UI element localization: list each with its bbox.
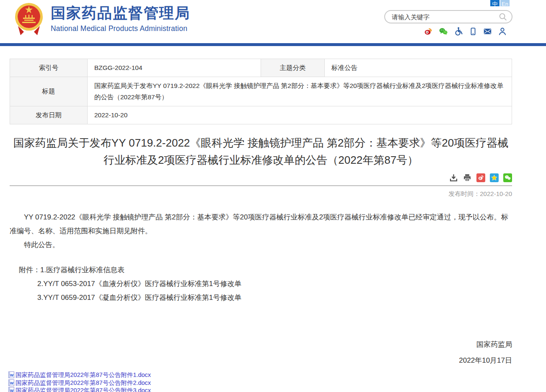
file-link-label: 国家药品监督管理局2022年第87号公告附件1.docx: [16, 371, 151, 379]
attachment-file-link-3[interactable]: W 国家药品监督管理局2022年第87号公告附件3.docx: [8, 387, 151, 392]
topic-category-label: 主题分类: [261, 59, 325, 77]
search-icon[interactable]: [498, 12, 507, 21]
weibo-share-icon: [477, 174, 484, 181]
language-toggle: 中En: [490, 0, 510, 6]
share-qzone-button[interactable]: [490, 173, 499, 182]
main-content: 索引号 BZGG-2022-104 主题分类 标准公告 标题 国家药监局关于发布…: [10, 59, 512, 392]
article-paragraph: 特此公告。: [10, 238, 512, 252]
word-doc-icon: W: [8, 371, 14, 378]
attachment-file-link-2[interactable]: W 国家药品监督管理局2022年第87号公告附件2.docx: [8, 379, 151, 387]
attachment-file-link-1[interactable]: W 国家药品监督管理局2022年第87号公告附件1.docx: [8, 371, 151, 379]
table-row: 发布日期 2022-10-20: [10, 106, 512, 124]
attachment-line-1: 附件：1.医疗器械行业标准信息表: [10, 263, 512, 277]
signature-date: 2022年10月17日: [10, 356, 512, 365]
share-wechat-button[interactable]: [503, 173, 512, 182]
lang-en-button[interactable]: En: [500, 0, 510, 6]
wechat-icon[interactable]: [438, 27, 448, 36]
table-row: 索引号 BZGG-2022-104 主题分类 标准公告: [10, 59, 512, 77]
national-emblem-logo: [15, 2, 43, 37]
mail-icon[interactable]: [483, 27, 492, 36]
file-link-label: 国家药品监督管理局2022年第87号公告附件3.docx: [16, 387, 151, 392]
publish-date-value: 2022-10-20: [88, 106, 512, 124]
brand-title-cn: 国家药品监督管理局: [51, 5, 190, 21]
document-info-table: 索引号 BZGG-2022-104 主题分类 标准公告 标题 国家药监局关于发布…: [10, 59, 512, 124]
brand-title-en: National Medical Products Administration: [51, 24, 190, 33]
weibo-icon[interactable]: [423, 27, 433, 36]
brand-text: 国家药品监督管理局 National Medical Products Admi…: [51, 2, 190, 33]
table-row: 标题 国家药监局关于发布YY 0719.2-2022《眼科光学 接触镜护理产品 …: [10, 77, 512, 106]
topic-category-value: 标准公告: [325, 59, 512, 77]
index-number-value: BZGG-2022-104: [88, 59, 261, 77]
attachment-line-2: 2.YY/T 0653-2017《血液分析仪》医疗器械行业标准第1号修改单: [10, 277, 512, 291]
accessibility-icon[interactable]: [454, 26, 463, 36]
word-doc-icon: W: [8, 379, 14, 386]
article-paragraph: YY 0719.2-2022《眼科光学 接触镜护理产品 第2部分：基本要求》等2…: [10, 210, 512, 238]
svg-text:W: W: [10, 389, 14, 392]
user-icon[interactable]: [498, 27, 507, 36]
print-icon[interactable]: [463, 173, 472, 182]
page-title: 国家药监局关于发布YY 0719.2-2022《眼科光学 接触镜护理产品 第2部…: [10, 134, 512, 168]
word-doc-icon: W: [8, 387, 14, 392]
header-divider-bar: [0, 43, 546, 46]
publish-date-label: 发布日期: [10, 106, 88, 124]
mobile-icon[interactable]: [469, 27, 477, 36]
signature-block: 国家药监局 2022年10月17日: [10, 340, 512, 365]
share-weibo-button[interactable]: [476, 173, 485, 182]
download-icon[interactable]: [449, 173, 458, 182]
article-body: YY 0719.2-2022《眼科光学 接触镜护理产品 第2部分：基本要求》等2…: [10, 210, 512, 252]
search-input[interactable]: [392, 13, 498, 21]
qzone-star-icon: [491, 174, 498, 181]
lang-zh-button[interactable]: 中: [490, 0, 499, 6]
title-value: 国家药监局关于发布YY 0719.2-2022《眼科光学 接触镜护理产品 第2部…: [88, 77, 512, 106]
publish-time-text: 发布时间：2022-10-20: [10, 190, 512, 198]
title-label: 标题: [10, 77, 88, 106]
attachment-line-3: 3.YY/T 0659-2017《凝血分析仪》医疗器械行业标准第1号修改单: [10, 291, 512, 305]
wechat-share-icon: [504, 174, 511, 181]
file-link-label: 国家药品监督管理局2022年第87号公告附件2.docx: [16, 379, 151, 387]
index-number-label: 索引号: [10, 59, 88, 77]
article-action-toolbar: [10, 173, 512, 186]
signature-org: 国家药监局: [10, 340, 512, 349]
site-header: 国家药品监督管理局 National Medical Products Admi…: [0, 0, 546, 43]
site-brand[interactable]: 国家药品监督管理局 National Medical Products Admi…: [15, 2, 190, 37]
attachment-file-links: W 国家药品监督管理局2022年第87号公告附件1.docx W 国家药品监督管…: [8, 371, 512, 392]
svg-text:W: W: [10, 373, 14, 377]
search-bar[interactable]: [384, 10, 512, 23]
svg-text:W: W: [10, 381, 14, 385]
header-quick-icons: [423, 26, 507, 36]
attachment-list: 附件：1.医疗器械行业标准信息表 2.YY/T 0653-2017《血液分析仪》…: [10, 263, 512, 304]
